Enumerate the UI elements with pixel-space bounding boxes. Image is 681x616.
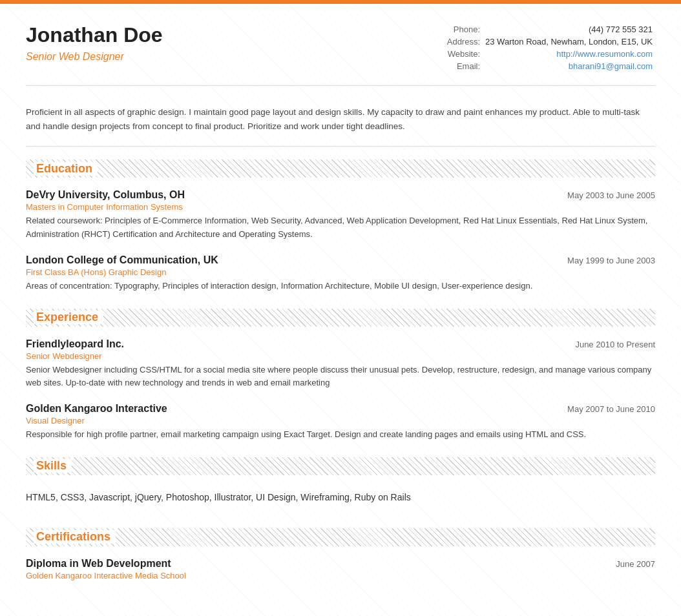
phone-row: Phone: (44) 772 555 321 [445,23,655,36]
education-section-header: Education [26,159,655,178]
website-row: Website: http://www.resumonk.com [445,48,655,60]
experience-title: Experience [34,311,103,324]
certification-entry-1-institution: Golden Kangaroo Interactive Media School [26,571,655,580]
experience-entry-2-header: Golden Kangaroo Interactive May 2007 to … [26,403,655,415]
website-value[interactable]: http://www.resumonk.com [483,48,655,60]
phone-label: Phone: [445,23,483,36]
certification-entry-1-name: Diploma in Web Development [26,558,171,570]
education-entry-2-degree: First Class BA (Hons) Graphic Design [26,267,655,277]
website-label: Website: [445,48,483,60]
experience-entry-1-role: Senior Webdesigner [26,351,655,361]
experience-header-bg: Experience [26,309,655,327]
certifications-header-bg: Certifications [26,528,655,546]
certifications-section-header: Certifications [26,528,655,546]
experience-section-header: Experience [26,309,655,327]
resume-page: Jonathan Doe Senior Web Designer Phone: … [0,0,681,616]
experience-entry-1: Friendlyleopard Inc. June 2010 to Presen… [26,338,655,391]
education-entry-2: London College of Communication, UK May … [26,254,655,293]
experience-entry-2-role: Visual Designer [26,416,655,426]
education-title: Education [34,162,98,176]
candidate-title: Senior Web Designer [26,51,163,63]
certification-entry-1-header: Diploma in Web Development June 2007 [26,558,655,570]
header-contact: Phone: (44) 772 555 321 Address: 23 Wart… [445,23,655,72]
education-entry-1-degree: Masters in Computer Information Systems [26,202,655,212]
address-label: Address: [445,36,483,48]
experience-entry-1-header: Friendlyleopard Inc. June 2010 to Presen… [26,338,655,350]
candidate-name: Jonathan Doe [26,23,163,47]
education-entry-1: DeVry University, Columbus, OH May 2003 … [26,189,655,241]
header-left: Jonathan Doe Senior Web Designer [26,23,163,63]
education-entry-2-header: London College of Communication, UK May … [26,254,655,266]
experience-entry-2-company: Golden Kangaroo Interactive [26,403,167,415]
experience-section: Experience Friendlyleopard Inc. June 201… [26,309,655,442]
certifications-title: Certifications [34,530,116,544]
certification-entry-1: Diploma in Web Development June 2007 Gol… [26,558,655,580]
certification-entry-1-date: June 2007 [616,559,655,569]
education-entry-1-date: May 2003 to June 2005 [567,190,655,200]
phone-value: (44) 772 555 321 [483,23,655,36]
summary-text: Proficient in all aspects of graphic des… [26,99,655,147]
certifications-section: Certifications Diploma in Web Developmen… [26,528,655,580]
skills-header-bg: Skills [26,457,655,475]
education-entry-1-header: DeVry University, Columbus, OH May 2003 … [26,189,655,201]
contact-table: Phone: (44) 772 555 321 Address: 23 Wart… [445,23,655,72]
skills-section-header: Skills [26,457,655,475]
education-header-bg: Education [26,159,655,178]
education-entry-2-description: Areas of concentration: Typography, Prin… [26,280,655,293]
skills-section: Skills HTML5, CSS3, Javascript, jQuery, … [26,457,655,513]
resume-content: Jonathan Doe Senior Web Designer Phone: … [0,4,681,616]
email-label: Email: [445,60,483,72]
experience-entry-1-company: Friendlyleopard Inc. [26,338,124,350]
email-row: Email: bharani91@gmail.com [445,60,655,72]
experience-entry-2: Golden Kangaroo Interactive May 2007 to … [26,403,655,442]
education-entry-2-date: May 1999 to June 2003 [567,256,655,265]
education-entry-1-description: Related coursework: Principles of E-Comm… [26,214,655,241]
education-entry-2-institution: London College of Communication, UK [26,254,218,266]
experience-entry-1-description: Senior Webdesigner including CSS/HTML fo… [26,364,655,391]
experience-entry-1-date: June 2010 to Present [575,340,655,349]
skills-text: HTML5, CSS3, Javascript, jQuery, Photosh… [26,487,655,513]
education-entry-1-institution: DeVry University, Columbus, OH [26,189,185,201]
skills-title: Skills [34,459,72,473]
experience-entry-2-date: May 2007 to June 2010 [567,404,655,414]
experience-entry-2-description: Responsible for high profile partner, em… [26,428,655,442]
resume-header: Jonathan Doe Senior Web Designer Phone: … [26,23,655,86]
address-row: Address: 23 Warton Road, Newham, London,… [445,36,655,48]
email-value[interactable]: bharani91@gmail.com [483,60,655,72]
address-value: 23 Warton Road, Newham, London, E15, UK [483,36,655,48]
education-section: Education DeVry University, Columbus, OH… [26,159,655,293]
